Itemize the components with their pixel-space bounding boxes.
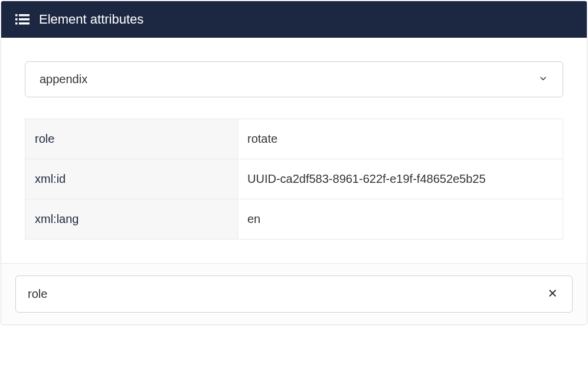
table-row[interactable]: xml:id UUID-ca2df583-8961-622f-e19f-f486… [25, 159, 563, 199]
svg-rect-2 [15, 18, 18, 21]
panel-title: Element attributes [39, 12, 143, 27]
attribute-name: xml:id [25, 159, 238, 199]
svg-rect-0 [15, 14, 18, 17]
panel-header: Element attributes [1, 1, 587, 38]
list-icon [15, 14, 30, 25]
table-row[interactable]: role rotate [25, 119, 563, 159]
attribute-name: role [25, 119, 238, 159]
svg-rect-3 [19, 18, 30, 21]
attribute-value: en [238, 199, 563, 240]
filter-input-wrapper [15, 275, 573, 313]
svg-rect-4 [15, 22, 18, 25]
element-select-value: appendix [40, 73, 87, 86]
clear-button[interactable] [545, 286, 560, 303]
filter-input[interactable] [28, 287, 545, 301]
close-icon [547, 288, 558, 300]
panel-footer [1, 263, 587, 324]
chevron-down-icon [538, 73, 548, 86]
attributes-table: role rotate xml:id UUID-ca2df583-8961-62… [25, 119, 563, 240]
attribute-name: xml:lang [25, 199, 238, 240]
svg-rect-5 [19, 22, 30, 25]
table-row[interactable]: xml:lang en [25, 199, 563, 240]
element-select[interactable]: appendix [25, 61, 563, 97]
attribute-value: rotate [238, 119, 563, 159]
svg-rect-1 [19, 14, 30, 17]
attributes-panel: Element attributes appendix role rotate … [1, 1, 587, 325]
attribute-value: UUID-ca2df583-8961-622f-e19f-f48652e5b25 [238, 159, 563, 199]
panel-body: appendix role rotate xml:id UUID-ca2df58… [1, 38, 587, 263]
